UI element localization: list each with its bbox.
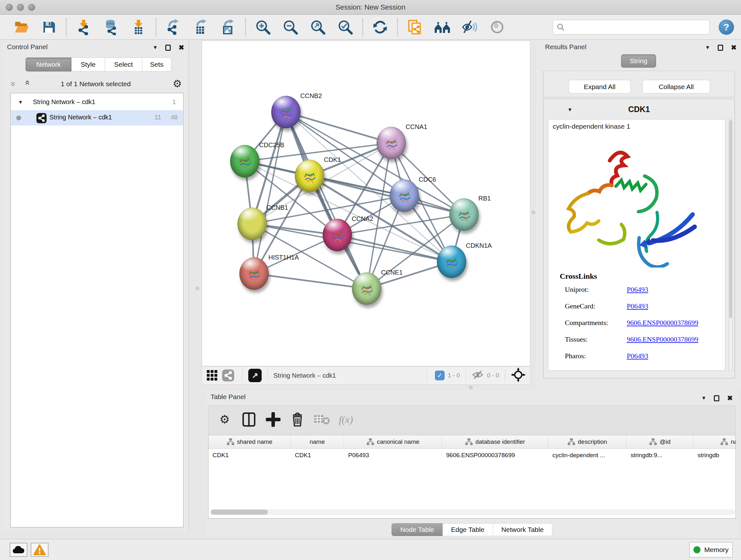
refresh-icon[interactable] bbox=[372, 18, 389, 36]
string-home-icon[interactable] bbox=[434, 18, 451, 36]
crosslink-link[interactable]: P06493 bbox=[627, 286, 648, 294]
tab-string[interactable]: String bbox=[621, 54, 656, 68]
tree-expand-icon[interactable]: ▼ bbox=[18, 99, 23, 105]
panel-float-icon[interactable] bbox=[165, 45, 171, 51]
zoom-selected-icon[interactable] bbox=[337, 18, 354, 36]
import-network-icon[interactable] bbox=[75, 18, 92, 36]
node-CCNB1[interactable] bbox=[238, 207, 267, 240]
panel-menu-icon[interactable]: ▼ bbox=[701, 395, 706, 401]
column-header-@id[interactable]: @id bbox=[626, 435, 693, 449]
warning-icon[interactable] bbox=[30, 543, 49, 557]
export-image-icon[interactable] bbox=[219, 18, 237, 36]
network-view-title: String Network – cdk1 bbox=[273, 372, 336, 379]
node-CCNA2[interactable] bbox=[323, 219, 352, 251]
zoom-in-icon[interactable] bbox=[254, 18, 272, 36]
node-CDK1[interactable] bbox=[295, 160, 324, 192]
node-CCNB2[interactable] bbox=[271, 96, 300, 128]
export-table-icon[interactable] bbox=[192, 18, 209, 36]
column-header-database-identifier[interactable]: database identifier bbox=[442, 435, 548, 449]
search-input[interactable] bbox=[553, 20, 710, 35]
zoom-fit-icon[interactable] bbox=[309, 18, 327, 36]
results-panel-title: Results Panel bbox=[545, 43, 587, 51]
results-scrollbar[interactable] bbox=[729, 119, 733, 371]
tab-network[interactable]: Network bbox=[25, 57, 71, 71]
tab-network-table[interactable]: Network Table bbox=[493, 523, 552, 536]
string-view-icon[interactable] bbox=[220, 367, 237, 384]
column-header-namespace[interactable]: namespace bbox=[693, 435, 736, 449]
crosslink-link[interactable]: 9606.ENSP00000378699 bbox=[627, 335, 698, 344]
right-splitter-handle[interactable] bbox=[532, 211, 535, 214]
gene-details: cyclin-dependent kinase 1 bbox=[548, 119, 725, 371]
import-table-icon[interactable] bbox=[130, 18, 147, 36]
node-CDKN1A[interactable] bbox=[437, 246, 466, 278]
crosslink-link[interactable]: P06493 bbox=[627, 352, 648, 360]
table-hscrollbar[interactable] bbox=[210, 509, 735, 515]
column-header-shared-name[interactable]: shared name bbox=[208, 435, 291, 449]
tab-node-table[interactable]: Node Table bbox=[392, 523, 443, 536]
panel-float-icon[interactable] bbox=[718, 45, 723, 51]
create-column-icon[interactable] bbox=[264, 410, 282, 429]
save-session-icon[interactable] bbox=[40, 18, 57, 36]
birds-eye-view-icon[interactable] bbox=[511, 368, 526, 383]
delete-column-icon[interactable] bbox=[288, 410, 307, 429]
import-network-from-database-icon[interactable] bbox=[103, 18, 120, 36]
results-scrollbar-thumb[interactable] bbox=[729, 120, 732, 318]
edge-HIST1H1A-CCNE1[interactable] bbox=[254, 273, 367, 289]
edge-CCNB2-CCNE1[interactable] bbox=[286, 112, 367, 289]
panel-close-icon[interactable]: ✖ bbox=[727, 394, 733, 402]
open-session-icon[interactable] bbox=[13, 18, 30, 36]
network-row-selected[interactable]: String Network – cdk1 11 48 bbox=[11, 110, 183, 125]
panel-menu-icon[interactable]: ▼ bbox=[153, 45, 158, 51]
cloud-status-icon[interactable] bbox=[10, 543, 27, 557]
show-columns-icon[interactable] bbox=[240, 410, 258, 429]
node-CDC6[interactable] bbox=[390, 179, 419, 212]
panel-close-icon[interactable]: ✖ bbox=[731, 44, 737, 51]
expand-all-button[interactable]: Expand All bbox=[569, 80, 630, 94]
zoom-out-icon[interactable] bbox=[282, 18, 299, 36]
open-network-external-icon[interactable]: ↗ bbox=[248, 369, 262, 382]
level-of-detail-icon[interactable] bbox=[488, 18, 506, 36]
search-field-wrap bbox=[553, 20, 710, 35]
column-header-description[interactable]: description bbox=[548, 435, 626, 449]
window-title: Session: New Session bbox=[0, 0, 741, 15]
selected-nodes-checkbox[interactable]: ✓ bbox=[435, 371, 445, 380]
crosslink-link[interactable]: 9606.ENSP00000378699 bbox=[627, 319, 698, 327]
control-panel-tabs: NetworkStyleSelectSets bbox=[25, 57, 172, 71]
grid-view-icon[interactable] bbox=[205, 367, 219, 384]
network-canvas[interactable]: CCNB2 CCNA1 CDC25B CDK1 CDC6 RB1CCNB1 CC… bbox=[202, 41, 530, 366]
edge-CCNB2-HIST1H1A[interactable] bbox=[254, 112, 286, 273]
help-icon[interactable]: ? bbox=[719, 19, 734, 35]
network-options-gear-icon[interactable]: ⚙ bbox=[173, 78, 182, 90]
node-HIST1H1A[interactable] bbox=[239, 257, 269, 290]
column-header-name[interactable]: name bbox=[291, 435, 344, 449]
node-CDC25B[interactable] bbox=[230, 145, 259, 178]
panel-menu-icon[interactable]: ▼ bbox=[705, 45, 711, 51]
table-panel: Table Panel ▼ ✖ ⚙ f(x) bbox=[206, 390, 738, 537]
hidden-items-icon[interactable] bbox=[472, 369, 484, 381]
crosslink-link[interactable]: P06493 bbox=[627, 302, 648, 310]
export-network-icon[interactable] bbox=[165, 18, 182, 36]
node-RB1[interactable] bbox=[449, 198, 479, 231]
tab-edge-table[interactable]: Edge Table bbox=[443, 523, 493, 536]
bottom-splitter-handle[interactable] bbox=[469, 386, 473, 389]
open-in-browser-icon[interactable] bbox=[406, 18, 423, 36]
enhance-graphics-icon[interactable] bbox=[461, 18, 478, 36]
panel-float-icon[interactable] bbox=[714, 395, 719, 401]
memory-button[interactable]: Memory bbox=[689, 542, 733, 557]
tab-style[interactable]: Style bbox=[71, 57, 105, 71]
table-row[interactable]: CDK1CDK1P064939606.ENSP00000378699cyclin… bbox=[208, 449, 736, 462]
tab-sets[interactable]: Sets bbox=[142, 57, 172, 71]
hidden-counts: 0 - 0 bbox=[487, 372, 499, 379]
collapse-all-button[interactable]: Collapse All bbox=[643, 80, 710, 94]
edge-CCNB2-CCNA1[interactable] bbox=[286, 112, 391, 143]
tab-select[interactable]: Select bbox=[105, 57, 142, 71]
panel-close-icon[interactable]: ✖ bbox=[179, 44, 184, 51]
node-CCNA1[interactable] bbox=[377, 127, 406, 159]
gene-card: ▼ CDK1 cyclin-dependent kinase 1 bbox=[543, 99, 735, 378]
node-CCNE1[interactable] bbox=[352, 272, 381, 305]
table-hscrollbar-thumb[interactable] bbox=[211, 509, 268, 515]
left-splitter-handle[interactable] bbox=[196, 287, 199, 290]
column-header-canonical-name[interactable]: canonical name bbox=[344, 435, 442, 449]
network-collection-row[interactable]: ▼ String Network – cdk1 1 bbox=[11, 95, 183, 110]
table-options-gear-icon[interactable]: ⚙ bbox=[215, 410, 234, 429]
